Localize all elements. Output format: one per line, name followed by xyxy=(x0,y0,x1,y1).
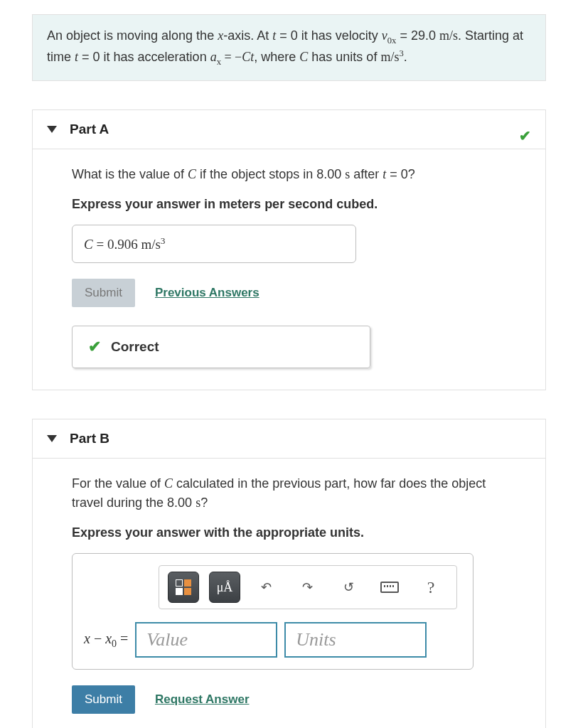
sub-0x: 0x xyxy=(387,36,397,46)
units-button[interactable]: μÅ xyxy=(209,572,240,603)
templates-button[interactable] xyxy=(168,572,199,603)
check-icon: ✔ xyxy=(88,338,101,356)
undo-icon: ↶ xyxy=(261,579,272,595)
chevron-down-icon xyxy=(47,126,57,133)
part-b-body: For the value of C calculated in the pre… xyxy=(33,459,545,728)
previous-answers-link[interactable]: Previous Answers xyxy=(155,286,259,300)
redo-button[interactable]: ↷ xyxy=(291,572,323,603)
answer-input-container: μÅ ↶ ↷ ↺ ? x − x0 = Value Units xyxy=(72,553,473,670)
reset-button[interactable]: ↺ xyxy=(333,572,364,603)
part-a-body: What is the value of C if the object sto… xyxy=(33,149,545,390)
var-c: C xyxy=(84,237,93,252)
var-c: C xyxy=(164,476,173,491)
correct-feedback: ✔ Correct xyxy=(72,326,370,368)
unit: m/s xyxy=(141,237,160,252)
part-b-header[interactable]: Part B xyxy=(33,419,545,459)
text: An object is moving along the xyxy=(47,28,218,43)
check-icon: ✔ xyxy=(519,127,531,144)
units-label: μÅ xyxy=(217,580,233,595)
text: = 29.0 xyxy=(396,28,439,43)
text: = 0? xyxy=(386,167,415,181)
request-answer-link[interactable]: Request Answer xyxy=(155,692,250,707)
text: , where xyxy=(254,50,299,64)
keyboard-button[interactable] xyxy=(374,572,405,603)
sub-0: 0 xyxy=(112,638,117,649)
var-c: C xyxy=(188,167,196,181)
var-x: x xyxy=(84,631,90,646)
var-c: C xyxy=(242,50,250,64)
text: after xyxy=(350,167,382,181)
reset-icon: ↺ xyxy=(343,579,354,595)
submit-button[interactable]: Submit xyxy=(72,685,135,714)
correct-label: Correct xyxy=(111,339,159,355)
text: . xyxy=(404,50,407,64)
text: What is the value of xyxy=(72,167,188,181)
part-a: Part A ✔ What is the value of C if the o… xyxy=(32,109,546,390)
equation-row: x − x0 = Value Units xyxy=(84,622,461,658)
help-icon: ? xyxy=(427,578,435,597)
var-a: a xyxy=(210,50,217,64)
part-a-header[interactable]: Part A ✔ xyxy=(33,110,545,149)
part-a-question: What is the value of C if the object sto… xyxy=(72,165,506,184)
text: = − xyxy=(221,50,242,64)
unit-exp: 3 xyxy=(161,235,166,246)
units-input[interactable]: Units xyxy=(284,622,427,658)
help-button[interactable]: ? xyxy=(415,572,446,603)
equation-lhs: x − x0 = xyxy=(84,631,128,650)
part-b: Part B For the value of C calculated in … xyxy=(32,419,546,728)
value-placeholder: Value xyxy=(146,629,188,651)
equation-toolbar: μÅ ↶ ↷ ↺ ? xyxy=(159,565,457,609)
value-input[interactable]: Value xyxy=(135,622,277,658)
var-x0: x xyxy=(105,631,112,646)
minus: − xyxy=(90,631,105,646)
unit-ms: m/s xyxy=(439,28,458,43)
var-c: C xyxy=(299,50,308,64)
var-v: v xyxy=(382,28,387,43)
part-a-buttons: Submit Previous Answers xyxy=(72,279,506,307)
templates-icon xyxy=(176,579,191,595)
part-a-instruction: Express your answer in meters per second… xyxy=(72,197,506,212)
chevron-down-icon xyxy=(47,435,57,442)
keyboard-icon xyxy=(380,582,399,593)
var-x: x xyxy=(218,28,223,43)
text: has units of xyxy=(308,50,380,64)
part-b-instruction: Express your answer with the appropriate… xyxy=(72,525,506,540)
text: For the value of xyxy=(72,476,164,491)
text: = 0 it has velocity xyxy=(276,28,382,43)
text: -axis. At xyxy=(223,28,272,43)
part-b-buttons: Submit Request Answer xyxy=(72,685,506,714)
equals: = xyxy=(117,631,128,646)
units-placeholder: Units xyxy=(296,629,336,651)
answer-value: = 0.906 xyxy=(93,237,141,252)
text: ? xyxy=(200,496,208,510)
redo-icon: ↷ xyxy=(302,579,313,595)
undo-button[interactable]: ↶ xyxy=(250,572,282,603)
unit: m/s xyxy=(380,50,399,64)
part-a-answer: C = 0.906 m/s3 xyxy=(72,225,356,263)
text: = 0 it has acceleration xyxy=(78,50,210,64)
part-b-title: Part B xyxy=(70,431,109,446)
part-a-title: Part A xyxy=(70,122,109,137)
problem-statement: An object is moving along the x-axis. At… xyxy=(32,14,546,81)
part-b-question: For the value of C calculated in the pre… xyxy=(72,474,506,513)
submit-button[interactable]: Submit xyxy=(72,279,135,307)
text: if the object stops in 8.00 xyxy=(196,167,345,181)
